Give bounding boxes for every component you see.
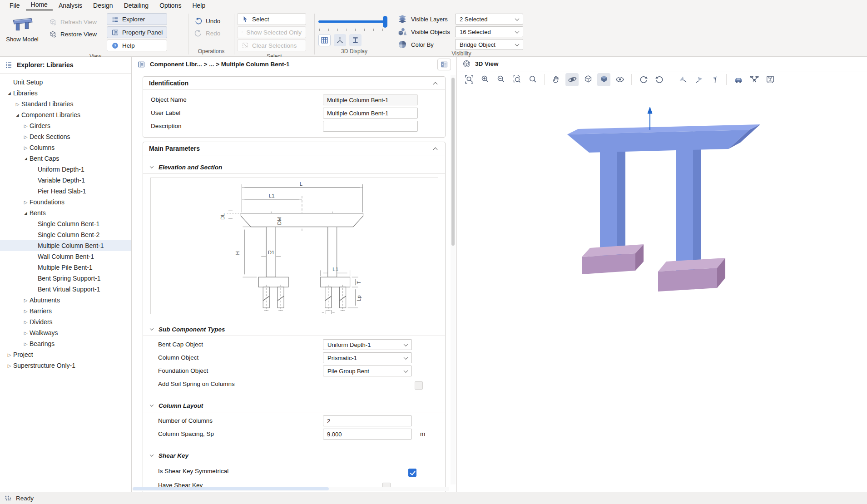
tree-item-girders[interactable]: ▷Girders (0, 120, 131, 131)
restore-view-button[interactable]: Restore View (45, 28, 100, 40)
menu-item-design[interactable]: Design (88, 1, 118, 10)
tree-item-unit-setup[interactable]: Unit Setup (0, 77, 131, 88)
slider-handle[interactable] (383, 16, 387, 28)
visible-objects-dropdown[interactable]: 16 Selected (455, 26, 523, 37)
collapse-section-icon[interactable] (433, 148, 438, 152)
tree-expander-icon[interactable]: ▷ (22, 124, 30, 128)
menu-item-options[interactable]: Options (154, 1, 186, 10)
tree-item-abutments[interactable]: ▷Abutments (0, 295, 131, 306)
menu-item-file[interactable]: File (5, 1, 25, 10)
tree-expander-icon[interactable]: ▷ (22, 134, 30, 139)
show-selected-only-button[interactable]: Show Selected Only (237, 26, 306, 38)
menu-item-analysis[interactable]: Analysis (54, 1, 87, 10)
number-of-columns-input[interactable] (323, 415, 412, 426)
chevron-down-icon[interactable] (150, 326, 154, 330)
tree-item-walkways[interactable]: ▷Walkways (0, 327, 131, 338)
3d-canvas[interactable] (457, 88, 867, 492)
tree-expander-icon[interactable]: ◢ (22, 211, 30, 215)
view-direction-z-button[interactable] (708, 73, 721, 86)
zoom-in-button[interactable] (478, 73, 491, 86)
vertical-scrollbar[interactable] (451, 75, 456, 484)
tree-item-bent-caps[interactable]: ◢Bent Caps (0, 153, 131, 164)
view-direction-y-button[interactable] (692, 73, 705, 86)
fly-over-button[interactable] (748, 73, 761, 86)
tree-expander-icon[interactable]: ▷ (14, 102, 21, 107)
tree-item-libraries[interactable]: ◢Libraries (0, 88, 131, 99)
explorer-button[interactable]: Explorer (107, 13, 167, 25)
tree-expander-icon[interactable]: ▷ (22, 341, 30, 346)
tree-expander-icon[interactable]: ▷ (22, 309, 30, 314)
tree-expander-icon[interactable]: ▷ (22, 298, 30, 303)
column-object-dropdown[interactable]: Prismatic-1 (323, 352, 412, 363)
tree-item-superstructure-only-1[interactable]: ▷Superstructure Only-1 (0, 360, 131, 371)
tree-expander-icon[interactable]: ▷ (5, 352, 13, 357)
tree-expander-icon[interactable]: ▷ (22, 145, 30, 150)
display-axes-button[interactable] (334, 34, 346, 46)
display-section-button[interactable] (349, 34, 362, 46)
chevron-down-icon[interactable] (150, 164, 154, 168)
section-cut-button[interactable] (763, 73, 777, 86)
tree-item-single-column-bent-1[interactable]: Single Column Bent-1 (0, 218, 131, 229)
tree-item-uniform-depth-1[interactable]: Uniform Depth-1 (0, 164, 131, 175)
user-label-input[interactable] (323, 108, 418, 119)
tree-item-wall-column-bent-1[interactable]: Wall Column Bent-1 (0, 251, 131, 262)
tree-item-barriers[interactable]: ▷Barriers (0, 306, 131, 316)
zoom-fit-button[interactable] (462, 73, 476, 86)
show-model-button[interactable]: Show Model (4, 13, 41, 44)
view-direction-x-button[interactable] (676, 73, 689, 86)
tree-item-variable-depth-1[interactable]: Variable Depth-1 (0, 175, 131, 186)
undo-button[interactable]: Undo (190, 15, 224, 27)
pan-button[interactable] (550, 73, 563, 86)
scrollbar-thumb[interactable] (133, 487, 329, 490)
open-table-view-button[interactable] (437, 59, 451, 70)
rotate-ccw-button[interactable] (653, 73, 666, 86)
refresh-view-button[interactable]: Refresh View (45, 16, 100, 28)
tree-item-bearings[interactable]: ▷Bearings (0, 338, 131, 349)
tree-item-project[interactable]: ▷Project (0, 349, 131, 360)
zoom-dynamic-button[interactable] (526, 73, 539, 86)
display-grid-button[interactable] (318, 34, 331, 46)
tree-expander-icon[interactable]: ◢ (22, 157, 30, 161)
description-input[interactable] (323, 121, 418, 132)
chevron-down-icon[interactable] (150, 453, 154, 456)
tree-item-foundations[interactable]: ▷Foundations (0, 197, 131, 208)
tree-item-bent-spring-support-1[interactable]: Bent Spring Support-1 (0, 273, 131, 284)
bent-cap-object-dropdown[interactable]: Uniform Depth-1 (323, 339, 412, 350)
visible-layers-dropdown[interactable]: 2 Selected (455, 14, 523, 25)
tree-item-multiple-pile-bent-1[interactable]: Multiple Pile Bent-1 (0, 262, 131, 273)
property-panel-button[interactable]: Property Panel (107, 26, 167, 38)
menu-item-detailing[interactable]: Detailing (119, 1, 154, 10)
tree-expander-icon[interactable]: ▷ (22, 331, 30, 336)
drive-through-button[interactable] (732, 73, 745, 86)
foundation-object-dropdown[interactable]: Pile Group Bent (323, 366, 412, 376)
tree-item-bents[interactable]: ◢Bents (0, 208, 131, 218)
help-button[interactable]: Help (107, 40, 167, 51)
shaded-view-button[interactable] (597, 73, 610, 86)
tree-item-deck-sections[interactable]: ▷Deck Sections (0, 131, 131, 142)
select-button[interactable]: Select (237, 13, 306, 25)
tree-item-standard-libraries[interactable]: ▷Standard Libraries (0, 99, 131, 109)
tree-item-dividers[interactable]: ▷Dividers (0, 316, 131, 327)
tree-expander-icon[interactable]: ◢ (5, 91, 13, 95)
is-shear-key-symmetrical-checkbox[interactable] (408, 469, 416, 477)
display-detail-slider[interactable] (318, 15, 387, 29)
tree-item-single-column-bent-2[interactable]: Single Column Bent-2 (0, 229, 131, 240)
tree-item-component-libraries[interactable]: ◢Component Libraries (0, 109, 131, 120)
collapse-section-icon[interactable] (433, 82, 438, 87)
scrollbar-thumb[interactable] (451, 78, 455, 246)
wireframe-view-button[interactable] (581, 73, 595, 86)
add-soil-spring-checkbox[interactable] (415, 381, 423, 390)
tree-item-columns[interactable]: ▷Columns (0, 142, 131, 153)
tree-expander-icon[interactable]: ▷ (5, 363, 13, 368)
column-spacing-input[interactable] (323, 429, 412, 440)
chevron-down-icon[interactable] (150, 403, 154, 406)
menu-item-home[interactable]: Home (26, 0, 53, 10)
redo-button[interactable]: Redo (190, 27, 224, 40)
clear-selections-button[interactable]: Clear Selections (237, 40, 306, 51)
color-by-dropdown[interactable]: Bridge Object (455, 39, 523, 50)
tree-item-bent-virtual-support-1[interactable]: Bent Virtual Support-1 (0, 284, 131, 295)
tree-item-pier-head-slab-1[interactable]: Pier Head Slab-1 (0, 186, 131, 197)
rotate-cw-button[interactable] (637, 73, 650, 86)
orbit-button[interactable] (565, 73, 579, 86)
object-name-input[interactable] (323, 94, 418, 105)
